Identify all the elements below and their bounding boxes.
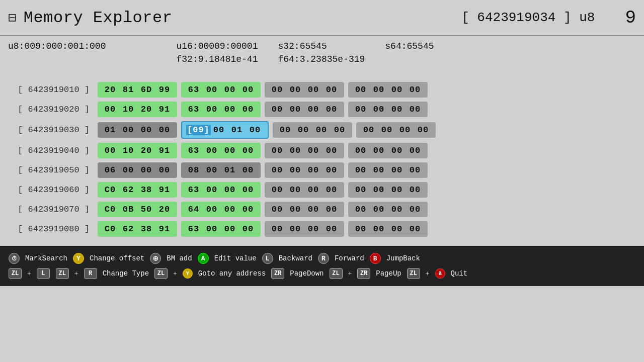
mem-byte: 63	[185, 85, 202, 95]
mem-byte: 00	[378, 125, 395, 135]
mem-byte: 00	[269, 165, 286, 175]
zl-button-1: ZL	[9, 268, 22, 279]
mem-byte: 00	[370, 205, 387, 214]
mem-byte: C0	[102, 205, 119, 214]
pageup-label: PageUp	[376, 269, 401, 278]
mem-byte: 00	[203, 105, 220, 114]
mem-byte: 00	[221, 205, 238, 214]
mem-block: 00000000	[265, 162, 344, 178]
mem-byte: 00	[323, 185, 340, 195]
mem-byte: 38	[138, 185, 155, 195]
plus-button: ⊕	[150, 253, 161, 264]
mem-block: 00102091	[98, 102, 177, 117]
mem-byte: 91	[156, 185, 173, 195]
mem-byte: 00	[203, 185, 220, 195]
change-type-label: Change Type	[103, 269, 149, 278]
mem-byte: 00	[388, 105, 406, 114]
mem-byte: 00	[269, 105, 286, 114]
mem-byte: 00	[287, 165, 304, 175]
mem-byte: 00	[287, 185, 304, 195]
table-row: [ 6423919040 ]00102091630000000000000000…	[8, 143, 636, 158]
mem-byte: C0	[102, 185, 119, 195]
mem-byte: 00	[210, 125, 227, 135]
mem-byte: 00	[221, 224, 238, 234]
info-col-1: u8:009:000:001:000	[8, 41, 106, 51]
info-bar: u8:009:000:001:000 u16:00009:00001 f32:9…	[0, 36, 644, 74]
mem-block: 00000000	[265, 82, 344, 98]
mem-byte: 91	[156, 105, 173, 114]
mem-byte: 00	[352, 146, 369, 155]
b-button-2: B	[435, 268, 445, 279]
mem-byte: 00	[352, 224, 369, 234]
mem-block: 20816D99	[98, 82, 177, 98]
mem-byte: 00	[370, 85, 387, 95]
f32-info: f32:9.18481e-41	[176, 54, 258, 64]
mem-byte: 01	[102, 125, 119, 135]
mem-byte: 00	[352, 185, 369, 195]
mem-byte: C0	[102, 224, 119, 234]
mem-block: C00B5020	[98, 202, 177, 217]
mem-byte: 99	[156, 85, 173, 95]
s32-info: s32:65545	[278, 41, 365, 51]
mem-byte: 00	[323, 205, 340, 214]
mem-byte: 00	[370, 105, 387, 114]
mem-byte: 00	[370, 165, 387, 175]
mem-block: 08000100	[181, 162, 261, 178]
mem-byte: 00	[305, 224, 322, 234]
jumpback-label: JumpBack	[386, 254, 420, 262]
mem-byte: 00	[287, 205, 304, 214]
mem-block: [09]000100	[181, 121, 269, 139]
mem-block: 63000000	[181, 82, 261, 98]
mem-byte: 00	[239, 165, 257, 175]
mem-byte: 63	[185, 146, 202, 155]
mem-byte: 00	[203, 146, 220, 155]
mem-block: 00000000	[265, 102, 344, 117]
table-row: [ 6423919010 ]20816D99630000000000000000…	[8, 82, 636, 98]
mem-byte: 6D	[138, 85, 155, 95]
table-row: [ 6423919060 ]C0623891630000000000000000…	[8, 182, 636, 198]
mem-byte: 00	[269, 85, 286, 95]
mem-byte: 00	[407, 185, 424, 195]
mem-byte: 00	[352, 105, 369, 114]
table-row: [ 6423919070 ]C00B5020640000000000000000…	[8, 202, 636, 217]
mem-byte: 00	[305, 165, 322, 175]
y-button: Y	[73, 253, 84, 264]
mem-block: 00000000	[265, 182, 344, 198]
mem-byte: 01	[228, 125, 246, 135]
mem-byte: [09]	[186, 125, 209, 135]
backward-label: Backward	[279, 254, 312, 262]
mem-byte: 63	[185, 185, 202, 195]
quit-label: Quit	[451, 269, 468, 278]
mem-block: 00000000	[356, 122, 436, 138]
footer-row-1: ⏱ MarkSearch Y Change offset ⊕ BM add A …	[0, 251, 644, 266]
mem-byte: 00	[156, 165, 173, 175]
mem-byte: 00	[352, 85, 369, 95]
mem-byte: 20	[102, 85, 119, 95]
mem-address: [ 6423919010 ]	[8, 85, 94, 95]
mem-byte: 00	[287, 105, 304, 114]
memory-grid: [ 6423919010 ]20816D99630000000000000000…	[0, 74, 644, 246]
mem-block: 63000000	[181, 102, 261, 117]
mem-byte: 00	[269, 224, 286, 234]
info-col-2: u16:00009:00001 f32:9.18481e-41	[176, 41, 258, 64]
mem-byte: 00	[120, 125, 137, 135]
r-button: R	[318, 253, 329, 264]
mem-byte: 00	[352, 205, 369, 214]
mem-byte: 00	[370, 224, 387, 234]
zr-button-2: ZR	[357, 268, 370, 279]
f64-info: f64:3.23835e-319	[278, 54, 365, 64]
mem-byte: 00	[388, 85, 406, 95]
header: ⊟ Memory Explorer [ 6423919034 ] u8 9	[0, 0, 644, 36]
zl-button-3: ZL	[154, 268, 168, 279]
mem-byte: 01	[221, 165, 238, 175]
mem-byte: 00	[323, 224, 340, 234]
table-row: [ 6423919050 ]06000000080001000000000000…	[8, 162, 636, 178]
mem-byte: 00	[295, 125, 312, 135]
mem-byte: 00	[305, 185, 322, 195]
mem-block: 00000000	[348, 82, 428, 98]
mem-block: 00000000	[265, 202, 344, 217]
mem-byte: 00	[370, 146, 387, 155]
mem-byte: 00	[388, 165, 406, 175]
mem-block: 00000000	[265, 143, 344, 158]
mem-byte: 00	[239, 85, 257, 95]
